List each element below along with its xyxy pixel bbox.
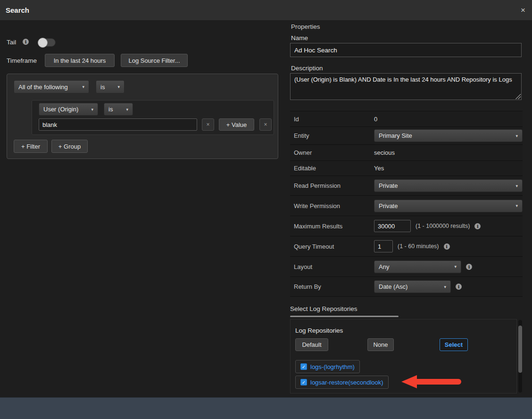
field-value: User (Origin) bbox=[43, 106, 78, 113]
log-source-filter-button[interactable]: Log Source Filter... bbox=[121, 54, 188, 67]
prop-row-return-by: Return By Date (Asc) ▾ i bbox=[290, 277, 523, 297]
name-label: Name bbox=[291, 34, 308, 42]
filter-builder: All of the following ▾ is ▾ User (Origin… bbox=[7, 74, 278, 159]
scrollbar-thumb[interactable] bbox=[518, 326, 522, 373]
checkbox-checked-icon[interactable]: ✓ bbox=[300, 363, 307, 370]
add-filter-button[interactable]: + Filter bbox=[14, 140, 48, 153]
maximum-results-hint: (1 - 1000000 results) bbox=[416, 223, 470, 229]
group-operator-value: All of the following bbox=[18, 84, 68, 91]
chevron-down-icon: ▾ bbox=[91, 107, 93, 112]
filter-value-input[interactable] bbox=[39, 118, 197, 131]
chevron-down-icon: ▾ bbox=[117, 84, 120, 89]
prop-row-entity: Entity Primary Site ▾ bbox=[290, 127, 523, 145]
prop-row-maximum-results: Maximum Results (1 - 1000000 results) i bbox=[290, 216, 523, 236]
add-value-button[interactable]: + Value bbox=[219, 118, 254, 131]
filter-row-group: User (Origin) ▾ is ▾ × + Value × bbox=[32, 100, 274, 135]
dialog-header: Search × bbox=[0, 0, 532, 21]
entity-select[interactable]: Primary Site ▾ bbox=[374, 129, 523, 142]
timeframe-label: Timeframe bbox=[7, 57, 37, 64]
field-condition-select[interactable]: is ▾ bbox=[104, 103, 133, 116]
info-icon: i bbox=[444, 243, 450, 250]
chevron-down-icon: ▾ bbox=[82, 84, 84, 89]
remove-value-button[interactable]: × bbox=[202, 118, 214, 131]
info-icon: i bbox=[474, 223, 481, 229]
dialog-footer: Save Search bbox=[0, 397, 532, 419]
owner-value: secious bbox=[374, 149, 395, 156]
layout-select[interactable]: Any ▾ bbox=[374, 260, 461, 273]
prop-row-write-permission: Write Permission Private ▾ bbox=[290, 196, 523, 216]
chevron-down-icon: ▾ bbox=[515, 134, 518, 138]
chevron-down-icon: ▾ bbox=[126, 107, 128, 112]
editable-value: Yes bbox=[374, 165, 384, 172]
scroll-divider bbox=[290, 316, 399, 317]
chevron-down-icon: ▾ bbox=[515, 184, 518, 188]
log-repositories-title: Log Repositories bbox=[295, 327, 343, 334]
remove-filter-button[interactable]: × bbox=[259, 118, 272, 131]
repo-item-label: logs-(logrhythm) bbox=[310, 363, 355, 370]
group-operator-select[interactable]: All of the following ▾ bbox=[14, 80, 89, 93]
default-button[interactable]: Default bbox=[295, 338, 328, 351]
prop-row-id: Id 0 bbox=[290, 111, 523, 127]
prop-row-owner: Owner secious bbox=[290, 145, 523, 161]
annotation-arrow-icon bbox=[400, 373, 465, 390]
none-button[interactable]: None bbox=[367, 338, 394, 351]
query-timeout-hint: (1 - 60 minutes) bbox=[398, 243, 439, 250]
repo-item-logs-logrhythm[interactable]: ✓ logs-(logrhythm) bbox=[295, 360, 360, 373]
checkbox-checked-icon[interactable]: ✓ bbox=[300, 379, 307, 385]
group-condition-value: is bbox=[100, 84, 105, 91]
info-icon: i bbox=[456, 284, 462, 290]
info-icon: i bbox=[23, 39, 29, 45]
prop-row-layout: Layout Any ▾ i bbox=[290, 257, 523, 277]
repo-item-logsar-restore-secondlook[interactable]: ✓ logsar-restore(secondlook) bbox=[295, 376, 389, 389]
prop-row-editable: Editable Yes bbox=[290, 161, 523, 176]
tail-label: Tail bbox=[7, 39, 16, 46]
field-select[interactable]: User (Origin) ▾ bbox=[39, 103, 98, 116]
prop-row-query-timeout: Query Timeout (1 - 60 minutes) i bbox=[290, 236, 523, 257]
prop-row-read-permission: Read Permission Private ▾ bbox=[290, 176, 523, 196]
description-textarea[interactable]: (User (Origin) is Blank) AND Date is In … bbox=[290, 73, 522, 100]
description-label: Description bbox=[291, 65, 323, 72]
write-permission-select[interactable]: Private ▾ bbox=[374, 200, 523, 212]
info-icon: i bbox=[466, 264, 472, 270]
properties-heading: Properties bbox=[291, 23, 320, 30]
select-button[interactable]: Select bbox=[440, 338, 468, 351]
group-condition-select[interactable]: is ▾ bbox=[96, 80, 125, 93]
return-by-select[interactable]: Date (Asc) ▾ bbox=[374, 280, 451, 293]
close-icon[interactable]: × bbox=[521, 0, 525, 21]
toggle-knob bbox=[38, 38, 48, 48]
chevron-down-icon: ▾ bbox=[454, 264, 457, 269]
repo-item-label: logsar-restore(secondlook) bbox=[310, 379, 383, 386]
name-input[interactable] bbox=[290, 43, 522, 57]
properties-table: Id 0 Entity Primary Site ▾ Owner secious… bbox=[290, 111, 523, 297]
field-condition-value: is bbox=[108, 106, 113, 113]
add-group-button[interactable]: + Group bbox=[51, 140, 88, 153]
maximum-results-input[interactable] bbox=[374, 220, 411, 232]
select-log-repositories-heading: Select Log Repositories bbox=[290, 305, 357, 312]
timeframe-range-button[interactable]: In the last 24 hours bbox=[45, 54, 115, 67]
read-permission-select[interactable]: Private ▾ bbox=[374, 179, 523, 192]
dialog-title: Search bbox=[6, 0, 29, 21]
tail-toggle[interactable] bbox=[38, 38, 56, 47]
search-dialog: Search × Tail i Timeframe In the last 24… bbox=[0, 0, 532, 419]
chevron-down-icon: ▾ bbox=[515, 203, 518, 208]
chevron-down-icon: ▾ bbox=[444, 285, 446, 289]
id-value: 0 bbox=[374, 116, 377, 123]
query-timeout-input[interactable] bbox=[374, 240, 393, 252]
